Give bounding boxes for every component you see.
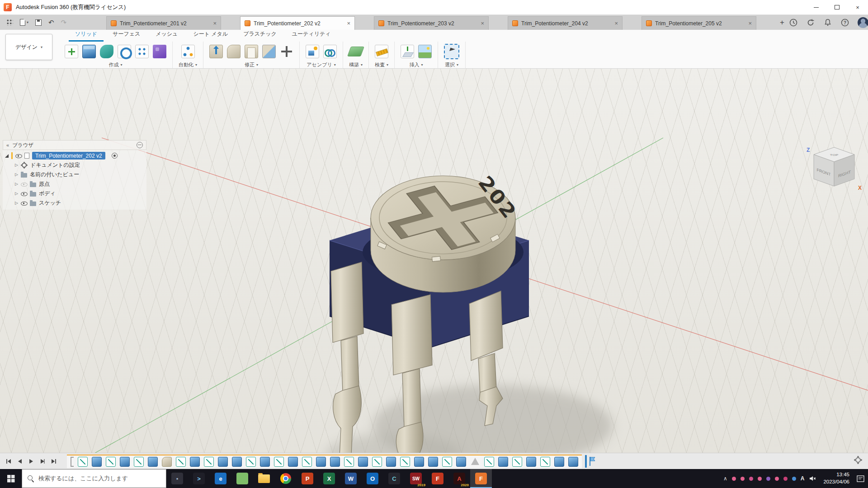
document-tab[interactable]: Trim_Potentiometer_201 v2× <box>106 16 221 30</box>
timeline-settings-gear-icon[interactable] <box>855 457 861 463</box>
minimize-button[interactable] <box>806 0 826 15</box>
visibility-eye-icon[interactable] <box>21 200 27 206</box>
document-tab[interactable]: Trim_Potentiometer_202 v2× <box>240 16 355 30</box>
timeline-sketch-feature-icon[interactable] <box>274 457 284 467</box>
start-button[interactable] <box>0 469 22 488</box>
timeline-extrude-feature-icon[interactable] <box>330 457 340 467</box>
toolbar-group-label[interactable]: 自動化▾ <box>179 61 197 68</box>
ribbon-tab-0[interactable]: ソリッド <box>69 28 104 42</box>
timeline-sketch-feature-icon[interactable] <box>442 457 452 467</box>
blue-app-taskbar-icon[interactable]: e <box>210 469 231 488</box>
close-tab-icon[interactable]: × <box>748 20 752 27</box>
timeline-extrude-feature-icon[interactable] <box>554 457 564 467</box>
timeline-extrude-feature-icon[interactable] <box>288 457 298 467</box>
timeline-sketch-feature-icon[interactable] <box>176 457 186 467</box>
ribbon-tab-5[interactable]: ユーティリティ <box>286 28 337 42</box>
insert-mesh-icon[interactable] <box>401 45 414 58</box>
powerpoint-taskbar-icon[interactable]: P <box>297 469 318 488</box>
toolbar-group-label[interactable]: アセンブリ▾ <box>307 61 335 68</box>
browser-item[interactable]: ▷名前の付いたビュー <box>3 170 146 179</box>
pattern-icon[interactable] <box>135 45 149 58</box>
timeline-triangle-feature-icon[interactable] <box>470 457 480 467</box>
taskbar-search-input[interactable]: 検索するには、ここに入力します <box>22 469 166 488</box>
fusion-2019-taskbar-icon[interactable]: F <box>427 469 448 488</box>
close-tab-icon[interactable]: × <box>614 20 618 27</box>
file-menu-button[interactable]: ▾ <box>20 19 28 26</box>
tray-app-icon[interactable] <box>775 477 779 481</box>
timeline-sketch-feature-icon[interactable] <box>484 457 494 467</box>
timeline-extrude-feature-icon[interactable] <box>526 457 536 467</box>
taskbar-clock[interactable]: 13:45 2023/04/06 <box>821 471 852 485</box>
timeline-sketch-feature-icon[interactable] <box>540 457 550 467</box>
save-button[interactable] <box>35 19 42 26</box>
autocad-2020-taskbar-icon[interactable]: A2020 <box>448 469 470 488</box>
toolbar-group-label[interactable]: 作成▾ <box>108 61 122 68</box>
chrome-taskbar-icon[interactable] <box>275 469 297 488</box>
timeline-sketch-feature-icon[interactable] <box>134 457 144 467</box>
rotor-screw-head[interactable]: 202 <box>371 172 521 292</box>
timeline-extrude-feature-icon[interactable] <box>120 457 130 467</box>
sync-icon[interactable] <box>806 18 815 27</box>
collapse-panel-icon[interactable]: « <box>6 142 9 148</box>
timeline-sketch-feature-icon[interactable] <box>246 457 256 467</box>
combine-icon[interactable] <box>262 45 276 58</box>
potentiometer-model[interactable]: 202 <box>280 155 633 488</box>
new-tab-button[interactable]: + <box>775 15 789 30</box>
green-app-taskbar-icon[interactable] <box>231 469 253 488</box>
fusion-360-taskbar-icon[interactable]: F <box>470 469 492 488</box>
tray-app-icon[interactable] <box>792 477 796 481</box>
timeline-extrude-feature-icon[interactable] <box>92 457 102 467</box>
timeline-extrude-feature-icon[interactable] <box>428 457 438 467</box>
ribbon-tab-4[interactable]: プラスチック <box>237 28 283 42</box>
form-icon[interactable] <box>153 45 166 58</box>
viewport-canvas[interactable]: 202 Z TOP FRONT RIGHT X <box>0 69 868 469</box>
app-grid-menu-icon[interactable] <box>6 19 13 26</box>
solidworks-taskbar-icon[interactable]: SW2019 <box>405 469 427 488</box>
toolbar-group-label[interactable]: 修正▾ <box>245 61 258 68</box>
expand-arrow-icon[interactable]: ▷ <box>15 163 18 167</box>
visibility-eye-icon[interactable] <box>15 153 22 159</box>
canvas-image-icon[interactable] <box>418 45 432 58</box>
user-avatar[interactable] <box>858 17 868 28</box>
browser-item[interactable]: ▷ドキュメントの設定 <box>3 160 146 170</box>
sweep-icon[interactable] <box>100 45 113 58</box>
move-icon[interactable] <box>280 45 293 58</box>
timeline-sketch-feature-icon[interactable] <box>78 457 88 467</box>
undo-button[interactable]: ↶ <box>48 19 54 26</box>
browser-item[interactable]: ▷ボディ <box>3 189 146 198</box>
gray-app-taskbar-icon[interactable]: ▪ <box>166 469 188 488</box>
maximize-button[interactable] <box>826 0 847 15</box>
timeline-end-flag-icon[interactable] <box>588 456 596 467</box>
joint-icon[interactable] <box>323 45 337 58</box>
notifications-bell-icon[interactable] <box>823 18 832 27</box>
activate-component-radio[interactable] <box>112 153 118 159</box>
document-tab[interactable]: Trim_Potentiometer_205 v2× <box>642 16 756 30</box>
tray-app-icon[interactable] <box>783 477 788 481</box>
workspace-selector[interactable]: デザイン ▾ <box>5 34 52 60</box>
browser-item[interactable]: ▷スケッチ <box>3 198 146 208</box>
help-icon[interactable]: ? <box>840 18 849 27</box>
toolbar-group-label[interactable]: 選択▾ <box>445 61 458 68</box>
expand-arrow-icon[interactable]: ▷ <box>15 182 18 186</box>
close-tab-icon[interactable]: × <box>481 20 484 27</box>
timeline-sketch-feature-icon[interactable] <box>106 457 116 467</box>
tray-app-icon[interactable] <box>766 477 770 481</box>
browser-root-item[interactable]: Trim_Potentiometer_202 v2 <box>3 151 146 160</box>
timeline-go-to-end-button[interactable] <box>49 457 58 466</box>
close-tab-icon[interactable]: × <box>213 20 217 27</box>
expand-arrow-icon[interactable]: ▷ <box>15 201 18 205</box>
automation-icon[interactable] <box>181 45 195 58</box>
measure-icon[interactable] <box>375 45 388 58</box>
expand-arrow-icon[interactable]: ▷ <box>15 173 18 177</box>
revolve-icon[interactable] <box>118 45 131 58</box>
timeline-extrude-feature-icon[interactable] <box>358 457 368 467</box>
display-settings-toggle-icon[interactable] <box>137 142 143 148</box>
timeline-extrude-feature-icon[interactable] <box>498 457 508 467</box>
visibility-eye-icon[interactable] <box>21 191 27 197</box>
timeline-fillet-feature-icon[interactable] <box>162 457 172 467</box>
view-cube[interactable]: Z TOP FRONT RIGHT X <box>800 141 868 195</box>
press-pull-icon[interactable] <box>209 45 223 58</box>
timeline-extrude-feature-icon[interactable] <box>260 457 270 467</box>
timeline-extrude-feature-icon[interactable] <box>568 457 578 467</box>
browser-item[interactable]: ▷原点 <box>3 179 146 189</box>
